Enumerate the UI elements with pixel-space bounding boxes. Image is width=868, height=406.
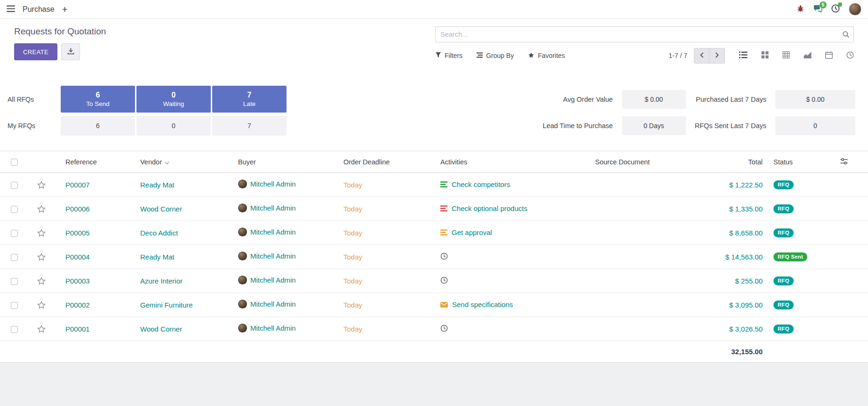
tasks-icon	[440, 205, 447, 211]
my-waiting-count[interactable]: 0	[136, 116, 211, 136]
activity-cell[interactable]	[440, 276, 452, 284]
row-checkbox[interactable]	[11, 254, 18, 261]
vendor-link[interactable]: Wood Corner	[140, 325, 182, 333]
reference-link[interactable]: P00002	[65, 301, 90, 309]
chevron-left-icon	[700, 52, 704, 59]
favorites-button[interactable]: Favorites	[528, 52, 565, 60]
order-deadline: Today	[343, 301, 362, 309]
activity-cell[interactable]: Check optional products	[440, 204, 527, 212]
stat-card-waiting[interactable]: 0 Waiting	[136, 86, 211, 113]
table-row[interactable]: P00004 Ready Mat Mitchell Admin Today $ …	[0, 245, 868, 269]
table-row[interactable]: P00007 Ready Mat Mitchell Admin Today Ch…	[0, 173, 868, 197]
new-tab-plus-button[interactable]: +	[62, 4, 68, 14]
search-icon[interactable]	[842, 31, 850, 40]
vendor-link[interactable]: Gemini Furniture	[140, 301, 193, 309]
favorite-star-icon[interactable]	[37, 301, 46, 309]
row-checkbox[interactable]	[11, 206, 18, 213]
favorite-star-icon[interactable]	[37, 229, 46, 237]
search-input[interactable]	[435, 26, 854, 42]
group-by-button[interactable]: Group By	[477, 52, 514, 59]
activity-cell[interactable]: Get approval	[440, 228, 492, 236]
favorite-star-icon[interactable]	[37, 205, 46, 213]
messages-button[interactable]: 5	[813, 5, 822, 14]
vendor-link[interactable]: Wood Corner	[140, 205, 182, 213]
buyer-name[interactable]: Mitchell Admin	[250, 324, 296, 332]
app-title[interactable]: Purchase	[23, 5, 55, 14]
col-header-source-document[interactable]: Source Document	[590, 151, 680, 173]
col-header-total[interactable]: Total	[680, 151, 769, 173]
list-view-icon	[739, 51, 748, 60]
pager-previous-button[interactable]	[694, 48, 709, 64]
buyer-name[interactable]: Mitchell Admin	[250, 204, 296, 212]
stat-card-to-send[interactable]: 6 To Send	[61, 86, 135, 113]
buyer-name[interactable]: Mitchell Admin	[250, 252, 296, 260]
table-footer-row: 32,155.00	[0, 341, 868, 363]
favorite-star-icon[interactable]	[37, 181, 46, 189]
activity-cell[interactable]	[440, 325, 452, 332]
buyer-name[interactable]: Mitchell Admin	[250, 228, 296, 236]
select-all-checkbox[interactable]	[11, 159, 18, 166]
col-header-status[interactable]: Status	[769, 151, 833, 173]
table-row[interactable]: P00006 Wood Corner Mitchell Admin Today …	[0, 197, 868, 221]
buyer-name[interactable]: Mitchell Admin	[250, 276, 296, 284]
vendor-link[interactable]: Ready Mat	[140, 181, 175, 189]
export-button[interactable]	[61, 43, 80, 60]
table-row[interactable]: P00003 Azure Interior Mitchell Admin Tod…	[0, 269, 868, 293]
filters-button[interactable]: Filters	[435, 52, 462, 59]
reference-link[interactable]: P00004	[65, 253, 90, 261]
create-button[interactable]: CREATE	[14, 43, 57, 60]
vendor-link[interactable]: Deco Addict	[140, 229, 178, 237]
row-checkbox[interactable]	[11, 302, 18, 309]
reference-link[interactable]: P00005	[65, 229, 90, 237]
buyer-name[interactable]: Mitchell Admin	[250, 300, 296, 308]
kanban-view-button[interactable]	[761, 51, 769, 60]
table-row[interactable]: P00001 Wood Corner Mitchell Admin Today …	[0, 317, 868, 341]
col-header-order-deadline[interactable]: Order Deadline	[339, 151, 435, 173]
lead-time-label: Lead Time to Purchase	[543, 122, 613, 130]
user-avatar[interactable]	[849, 3, 861, 16]
my-late-count[interactable]: 7	[212, 116, 287, 136]
pager-next-button[interactable]	[709, 48, 725, 64]
favorite-star-icon[interactable]	[37, 277, 46, 285]
reference-link[interactable]: P00007	[65, 181, 90, 189]
order-deadline: Today	[343, 205, 362, 213]
avg-order-value: $ 0.00	[622, 90, 686, 109]
row-checkbox[interactable]	[11, 182, 18, 189]
favorites-star-icon	[528, 52, 534, 60]
activities-button[interactable]	[831, 4, 840, 14]
favorite-star-icon[interactable]	[37, 253, 46, 261]
col-header-vendor[interactable]: Vendor	[136, 151, 233, 173]
favorite-star-icon[interactable]	[37, 325, 46, 333]
col-header-buyer[interactable]: Buyer	[233, 151, 339, 173]
reference-link[interactable]: P00006	[65, 205, 90, 213]
calendar-view-button[interactable]	[825, 51, 833, 60]
optional-columns-icon[interactable]	[840, 158, 848, 164]
table-row[interactable]: P00002 Gemini Furniture Mitchell Admin T…	[0, 293, 868, 317]
row-checkbox[interactable]	[11, 326, 18, 333]
list-view-button[interactable]	[739, 51, 748, 60]
row-checkbox[interactable]	[11, 230, 18, 237]
graph-view-button[interactable]	[804, 51, 812, 60]
purchased-last-7-days: $ 0.00	[775, 90, 855, 109]
my-to-send-count[interactable]: 6	[61, 116, 135, 136]
reference-link[interactable]: P00001	[65, 325, 90, 333]
debug-button[interactable]	[796, 5, 804, 14]
activity-cell[interactable]	[440, 252, 452, 260]
buyer-avatar	[238, 300, 247, 309]
row-checkbox[interactable]	[11, 278, 18, 285]
vendor-link[interactable]: Azure Interior	[140, 277, 183, 285]
vendor-link[interactable]: Ready Mat	[140, 253, 175, 261]
reference-link[interactable]: P00003	[65, 277, 90, 285]
chevron-right-icon	[715, 52, 719, 59]
buyer-name[interactable]: Mitchell Admin	[250, 180, 296, 188]
col-header-reference[interactable]: Reference	[54, 151, 136, 173]
stat-card-late[interactable]: 7 Late	[212, 86, 287, 113]
activity-view-button[interactable]	[846, 51, 854, 60]
buyer-avatar	[238, 179, 247, 188]
activity-cell[interactable]: Send specifications	[440, 300, 513, 309]
menu-toggle-button[interactable]	[7, 5, 15, 14]
activity-cell[interactable]: Check competitors	[440, 180, 510, 188]
table-row[interactable]: P00005 Deco Addict Mitchell Admin Today …	[0, 221, 868, 245]
col-header-activities[interactable]: Activities	[435, 151, 590, 173]
pivot-view-button[interactable]	[782, 51, 790, 60]
